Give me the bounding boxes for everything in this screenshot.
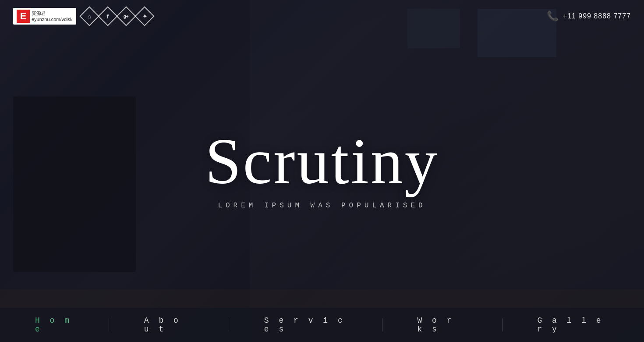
logo[interactable]: E 资源君 eyunzhu.com/vdisk bbox=[13, 8, 76, 25]
google-plus-icon[interactable]: g+ bbox=[116, 6, 136, 26]
nav-item-services[interactable]: S e r v i c e s bbox=[229, 316, 382, 334]
nav-item-works[interactable]: W o r k s bbox=[382, 316, 502, 334]
header: E 资源君 eyunzhu.com/vdisk ⌂ f g+ ✦ 📞 +11 9… bbox=[0, 0, 644, 32]
phone-number: +11 999 8888 7777 bbox=[563, 12, 631, 20]
nav-items: H o m e A b o u t S e r v i c e s W o r … bbox=[0, 316, 644, 334]
nav-item-home[interactable]: H o m e bbox=[0, 316, 109, 334]
home-icon[interactable]: ⌂ bbox=[79, 6, 99, 26]
nav-item-about[interactable]: A b o u t bbox=[109, 316, 229, 334]
logo-letter: E bbox=[17, 10, 30, 23]
phone-section: 📞 +11 999 8888 7777 bbox=[547, 11, 631, 22]
hero-content: Scrutiny Lorem Ipsum was popularised bbox=[142, 129, 502, 210]
header-left: E 资源君 eyunzhu.com/vdisk ⌂ f g+ ✦ bbox=[13, 8, 152, 25]
facebook-icon[interactable]: f bbox=[98, 6, 117, 26]
hero-subtitle: Lorem Ipsum was popularised bbox=[142, 202, 502, 210]
social-icons: ⌂ f g+ ✦ bbox=[82, 9, 152, 23]
logo-text: 资源君 eyunzhu.com/vdisk bbox=[32, 10, 73, 23]
bottom-navigation: H o m e A b o u t S e r v i c e s W o r … bbox=[0, 308, 644, 342]
website-icon[interactable]: ✦ bbox=[134, 6, 154, 26]
nav-item-gallery[interactable]: G a l l e r y bbox=[502, 316, 644, 334]
hero-title: Scrutiny bbox=[142, 129, 502, 194]
phone-icon: 📞 bbox=[547, 11, 559, 22]
